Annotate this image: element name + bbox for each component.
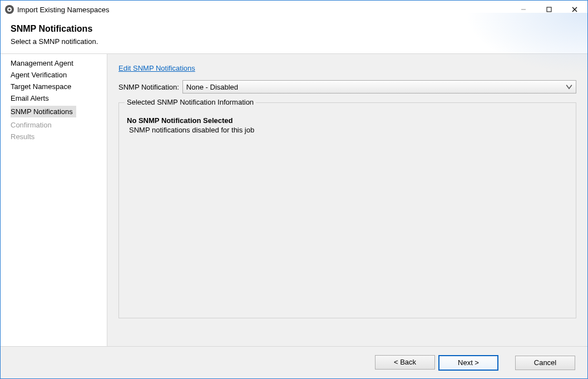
snmp-notification-label: SNMP Notification: [118,83,179,91]
sidebar-item-results: Results [1,131,107,142]
svg-point-1 [8,8,11,11]
wizard-content: Edit SNMP Notifications SNMP Notificatio… [107,54,587,346]
minimize-button[interactable] [511,1,536,18]
sidebar-item-label: SNMP Notifications [11,106,76,117]
sidebar-item-snmp-notifications[interactable]: SNMP Notifications [1,104,107,119]
snmp-notification-dropdown[interactable]: None - Disabled [182,80,576,93]
sidebar-item-email-alerts[interactable]: Email Alerts [1,92,107,104]
maximize-icon [546,7,552,12]
sidebar-item-management-agent[interactable]: Management Agent [1,57,107,69]
notice-title: No SNMP Notification Selected [127,116,568,125]
wizard-window: Import Existing Namespaces SNMP Notifica… [0,0,588,379]
back-button[interactable]: < Back [375,355,435,370]
wizard-steps-sidebar: Management Agent Agent Verification Targ… [1,54,107,346]
groupbox-legend: Selected SNMP Notification Information [125,98,256,106]
nav-button-group: < Back Next > [375,355,498,371]
chevron-down-icon [565,82,574,91]
app-icon [5,5,14,14]
selected-snmp-info-group: Selected SNMP Notification Information N… [118,102,576,318]
wizard-header: SNMP Notifications Select a SMNP notific… [1,18,587,53]
window-controls [511,1,587,18]
window-title: Import Existing Namespaces [17,6,109,14]
dropdown-selected-value: None - Disabled [186,83,238,91]
edit-snmp-notifications-link[interactable]: Edit SNMP Notifications [118,64,195,72]
svg-rect-3 [547,7,551,12]
snmp-notification-row: SNMP Notification: None - Disabled [118,80,576,93]
page-subtitle: Select a SMNP notification. [11,37,577,46]
maximize-button[interactable] [536,1,562,18]
minimize-icon [521,7,526,12]
sidebar-item-confirmation: Confirmation [1,119,107,131]
sidebar-item-agent-verification[interactable]: Agent Verification [1,69,107,81]
close-button[interactable] [562,1,587,18]
titlebar: Import Existing Namespaces [1,1,587,18]
next-button[interactable]: Next > [438,355,498,371]
page-title: SNMP Notifications [11,24,577,34]
wizard-body: Management Agent Agent Verification Targ… [1,53,587,346]
close-icon [572,7,577,12]
sidebar-item-target-namespace[interactable]: Target Namespace [1,81,107,92]
cancel-button[interactable]: Cancel [515,356,575,370]
wizard-footer: < Back Next > Cancel [1,346,587,378]
notice-body: SNMP notifications disabled for this job [129,126,568,134]
